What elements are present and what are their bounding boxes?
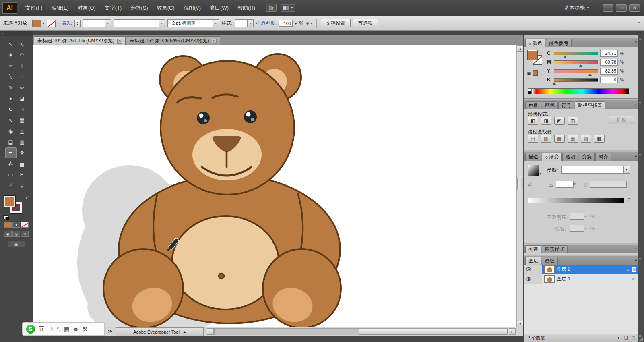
graph-tool[interactable]: ▅ xyxy=(17,158,28,169)
reverse-gradient-icon[interactable]: ⇄ xyxy=(528,182,532,187)
black-slider[interactable] xyxy=(554,78,598,82)
menu-select[interactable]: 选择(S) xyxy=(126,0,152,16)
slider-handle[interactable] xyxy=(553,81,556,85)
panel-collapse-icon[interactable]: ≡ xyxy=(639,245,641,249)
gradient-location-input[interactable] xyxy=(570,225,584,232)
color-spectrum-bar[interactable] xyxy=(528,88,629,94)
tab-transform[interactable]: 变换 xyxy=(579,153,595,161)
exclude-button[interactable]: ◫ xyxy=(568,117,578,125)
gradient-angle-input[interactable] xyxy=(556,181,574,188)
chevron-down-icon[interactable]: ▾ xyxy=(57,21,59,25)
status-menu-icon[interactable]: ▶ xyxy=(184,330,186,334)
gamut-swatch[interactable] xyxy=(533,70,538,76)
draw-behind-button[interactable]: ◎ xyxy=(12,231,20,237)
angle-stepper-icon[interactable]: ▸ xyxy=(574,182,576,186)
tab-graphic-styles[interactable]: 图形样式 xyxy=(542,245,568,253)
artboard-tool[interactable]: ▭ xyxy=(5,169,17,180)
magenta-slider[interactable] xyxy=(554,60,598,64)
zoom-tool[interactable]: ⚲ xyxy=(17,180,28,191)
paintbrush-tool[interactable]: ✎ xyxy=(5,82,17,93)
punctuation-icon[interactable]: °, xyxy=(57,326,61,332)
lock-toggle[interactable] xyxy=(533,265,542,274)
black-value-input[interactable]: 0 xyxy=(600,77,618,83)
blob-brush-tool[interactable]: ● xyxy=(5,93,17,104)
tab-transparency[interactable]: 透明 xyxy=(562,153,578,161)
menu-edit[interactable]: 编辑(E) xyxy=(47,0,73,16)
divide-button[interactable]: ▤ xyxy=(528,135,538,143)
slider-handle[interactable] xyxy=(588,72,592,76)
layer-name[interactable]: 图层 1 xyxy=(557,276,632,282)
line-segment-tool[interactable]: ╲ xyxy=(5,71,17,82)
tab-gradient[interactable]: ◇ 渐变 xyxy=(542,153,562,161)
draw-normal-button[interactable]: ◉ xyxy=(4,231,12,237)
tab-color-guide[interactable]: 颜色参考 xyxy=(546,39,572,47)
resize-grip[interactable] xyxy=(639,337,643,341)
arrange-documents-button[interactable]: ▾ xyxy=(281,4,295,12)
panel-collapse-icon[interactable]: ≡ xyxy=(639,101,641,104)
swap-fill-stroke-icon[interactable]: ⇄ xyxy=(25,195,29,199)
opacity-input[interactable]: 100 xyxy=(279,20,293,27)
menu-file[interactable]: 文件(F) xyxy=(21,0,47,16)
white-swatch[interactable] xyxy=(528,88,532,91)
tab-artboards[interactable]: 画板 xyxy=(542,257,558,265)
expand-button[interactable]: 扩展 xyxy=(609,116,634,124)
ime-mode-label[interactable]: 五 xyxy=(39,325,44,333)
tab-color[interactable]: ◇ 颜色 xyxy=(525,39,545,47)
gradient-swatch[interactable] xyxy=(528,165,539,176)
chevron-down-icon[interactable]: ▾ xyxy=(213,20,219,27)
stepper-down-icon[interactable]: ▾ xyxy=(77,23,78,26)
horizontal-scrollbar[interactable] xyxy=(214,328,508,335)
layer-target-icon[interactable]: ○ xyxy=(632,277,635,282)
panel-fill-swatch[interactable] xyxy=(528,50,537,60)
close-icon[interactable]: ✕ xyxy=(117,39,122,44)
crop-button[interactable]: ▧ xyxy=(568,135,578,143)
magenta-value-input[interactable]: 60.78 xyxy=(600,59,618,66)
canvas[interactable]: ▴ ▾ xyxy=(33,45,523,327)
fill-color-swatch[interactable] xyxy=(32,20,41,27)
fill-swatch[interactable] xyxy=(4,196,15,207)
document-setup-button[interactable]: 文档设置 xyxy=(321,19,351,27)
menu-type[interactable]: 文字(T) xyxy=(100,0,126,16)
lasso-tool[interactable]: ◠ xyxy=(17,50,28,60)
slider-handle[interactable] xyxy=(579,63,582,67)
layer-target-icon[interactable]: ○ xyxy=(626,267,629,272)
horizontal-scroll-thumb[interactable] xyxy=(359,329,508,335)
chevron-down-icon[interactable]: ▾ xyxy=(105,20,111,27)
visibility-toggle[interactable] xyxy=(524,265,533,274)
panel-menu-icon[interactable]: ≡ xyxy=(635,258,637,262)
bridge-icon[interactable]: Br xyxy=(266,4,277,12)
illustrator-logo[interactable]: Ai xyxy=(2,2,17,14)
delete-stop-icon[interactable]: ▯ xyxy=(627,197,630,203)
document-tab[interactable]: 未标题-10* @ 261.1% (CMYK/预览) ✕ xyxy=(34,36,126,45)
tab-symbols[interactable]: 符号 xyxy=(558,101,574,109)
shape-builder-tool[interactable]: ◉ xyxy=(5,126,17,137)
close-icon[interactable]: ✕ xyxy=(212,39,217,44)
user-icon[interactable]: ☻ xyxy=(73,326,79,332)
menu-help[interactable]: 帮助(H) xyxy=(233,0,260,16)
minimize-button[interactable]: — xyxy=(603,4,613,12)
trim-button[interactable]: ▥ xyxy=(541,135,551,143)
pen-tool[interactable]: ✑ xyxy=(5,60,17,71)
layer-row[interactable]: 图层 1 ○ xyxy=(524,274,638,284)
black-swatch[interactable] xyxy=(528,91,532,94)
gradient-mode-button[interactable]: ▾ xyxy=(12,222,20,228)
gradient-type-select[interactable]: ▾ xyxy=(561,166,630,174)
minus-back-button[interactable]: ▩ xyxy=(594,135,605,143)
blend-tool[interactable]: ❖ xyxy=(17,147,28,158)
status-tool-indicator[interactable]: Adobe Eyedropper Tool ▶ xyxy=(116,327,204,336)
slice-tool[interactable]: ✂ xyxy=(17,169,28,180)
tab-appearance[interactable]: 外观 xyxy=(525,245,541,253)
scroll-left-icon[interactable]: ◂ xyxy=(207,328,214,335)
scroll-up-icon[interactable]: ▴ xyxy=(517,45,523,52)
preferences-button[interactable]: 首选项 xyxy=(353,19,378,27)
aspect-ratio-input[interactable] xyxy=(590,181,627,188)
pencil-tool[interactable]: ✏ xyxy=(17,82,28,93)
tab-align[interactable]: 对齐 xyxy=(595,153,611,161)
teddy-bear-artwork[interactable] xyxy=(33,45,523,327)
panel-menu-icon[interactable]: ≡ xyxy=(635,247,637,251)
scroll-right-icon[interactable]: ▸ xyxy=(509,328,516,335)
scroll-down-icon[interactable]: ▾ xyxy=(517,321,523,327)
color-mode-button[interactable] xyxy=(4,222,12,228)
new-layer-icon[interactable]: ❏ xyxy=(624,335,628,340)
panel-collapse-icon[interactable]: ≡ xyxy=(639,152,641,156)
